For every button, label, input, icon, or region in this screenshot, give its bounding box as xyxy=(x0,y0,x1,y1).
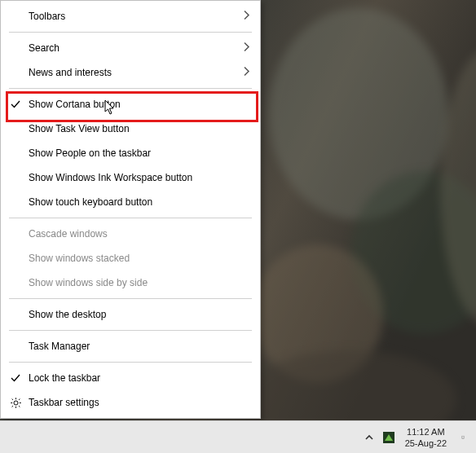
menu-item-news-and-interests[interactable]: News and interests xyxy=(1,60,260,85)
notifications-icon[interactable] xyxy=(456,431,469,444)
menu-separator xyxy=(9,88,252,89)
clock-date: 25-Aug-22 xyxy=(405,438,447,449)
menu-item-label: Lock the taskbar xyxy=(29,372,100,384)
menu-item-show-the-desktop[interactable]: Show the desktop xyxy=(1,302,260,327)
menu-item-show-ink-workspace[interactable]: Show Windows Ink Workspace button xyxy=(1,165,260,190)
checkmark-icon xyxy=(9,98,22,111)
menu-item-label: Show windows side by side xyxy=(29,277,148,288)
clock-time: 11:12 AM xyxy=(405,426,447,438)
chevron-right-icon xyxy=(244,42,250,55)
menu-item-show-windows-side-by-side: Show windows side by side xyxy=(1,270,260,295)
checkmark-icon xyxy=(9,372,22,385)
menu-item-label: Toolbars xyxy=(29,11,65,22)
menu-item-label: Show Task View button xyxy=(29,123,130,134)
menu-item-toolbars[interactable]: Toolbars xyxy=(1,4,260,29)
menu-item-label: Show windows stacked xyxy=(29,253,130,264)
taskbar[interactable]: 11:12 AM 25-Aug-22 xyxy=(0,420,476,453)
system-tray[interactable]: 11:12 AM 25-Aug-22 xyxy=(356,421,476,453)
menu-item-label: Show People on the taskbar xyxy=(29,147,151,159)
menu-item-show-touch-keyboard[interactable]: Show touch keyboard button xyxy=(1,190,260,214)
menu-item-label: Show touch keyboard button xyxy=(29,196,152,208)
menu-item-cascade-windows: Cascade windows xyxy=(1,222,260,246)
menu-item-label: Taskbar settings xyxy=(29,397,99,408)
taskbar-clock[interactable]: 11:12 AM 25-Aug-22 xyxy=(402,426,450,449)
menu-item-label: Cascade windows xyxy=(29,228,108,240)
chevron-right-icon xyxy=(244,67,250,79)
menu-item-label: Show the desktop xyxy=(29,309,106,320)
menu-separator xyxy=(9,218,252,218)
chevron-right-icon xyxy=(244,11,250,23)
menu-separator xyxy=(9,330,252,331)
desktop-wallpaper: Toolbars Search News and interests Show … xyxy=(0,0,476,453)
menu-item-label: News and interests xyxy=(29,67,112,78)
menu-item-lock-the-taskbar[interactable]: Lock the taskbar xyxy=(1,366,260,390)
menu-item-label: Task Manager xyxy=(29,341,90,352)
taskbar-context-menu[interactable]: Toolbars Search News and interests Show … xyxy=(0,0,261,419)
menu-item-search[interactable]: Search xyxy=(1,36,260,60)
svg-rect-1 xyxy=(461,436,465,438)
menu-item-label: Search xyxy=(29,42,60,54)
menu-item-show-cortana-button[interactable]: Show Cortana button xyxy=(1,92,260,117)
menu-item-label: Show Windows Ink Workspace button xyxy=(29,172,192,183)
tray-app-icon[interactable] xyxy=(382,431,395,444)
gear-icon xyxy=(9,396,22,409)
menu-item-task-manager[interactable]: Task Manager xyxy=(1,334,260,358)
menu-item-show-task-view-button[interactable]: Show Task View button xyxy=(1,117,260,141)
menu-separator xyxy=(9,362,252,363)
menu-separator xyxy=(9,32,252,33)
menu-item-show-people[interactable]: Show People on the taskbar xyxy=(1,141,260,165)
menu-item-taskbar-settings[interactable]: Taskbar settings xyxy=(1,390,260,415)
menu-separator xyxy=(9,298,252,299)
tray-chevron-up-icon[interactable] xyxy=(363,431,376,444)
menu-item-show-windows-stacked: Show windows stacked xyxy=(1,246,260,270)
menu-item-label: Show Cortana button xyxy=(29,99,121,110)
